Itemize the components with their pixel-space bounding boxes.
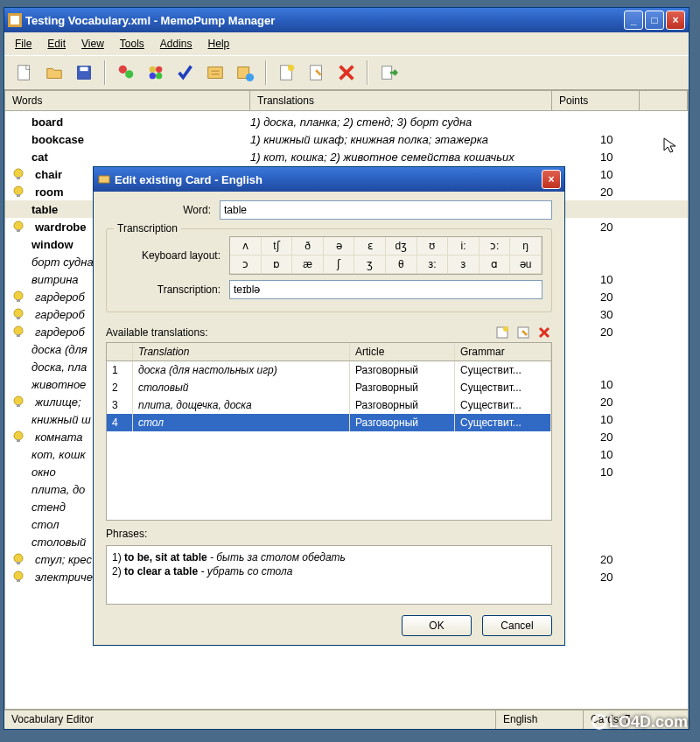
close-button[interactable]: × xyxy=(666,10,685,30)
col-article[interactable]: Article xyxy=(350,343,455,360)
kbd-key[interactable]: ɒ xyxy=(262,256,293,274)
kbd-key[interactable]: ʌ xyxy=(230,237,262,256)
minimize-button[interactable]: _ xyxy=(624,10,643,30)
dialog-title: Edit existing Card - English xyxy=(115,173,542,186)
edit-translation-button[interactable] xyxy=(515,325,531,340)
delete-translation-button[interactable] xyxy=(536,325,552,340)
new-card-button[interactable] xyxy=(274,60,300,86)
menu-edit[interactable]: Edit xyxy=(47,38,66,50)
kbd-key[interactable]: ə xyxy=(324,237,355,256)
kbd-key[interactable]: i: xyxy=(448,237,480,256)
phrases-label: Phrases: xyxy=(106,528,552,540)
menu-addins[interactable]: Addins xyxy=(160,38,192,50)
menu-file[interactable]: File xyxy=(15,38,32,50)
assign-button[interactable] xyxy=(232,60,258,86)
kbd-key[interactable]: ʒ xyxy=(354,256,386,274)
maximize-button[interactable]: □ xyxy=(645,10,664,30)
delete-button[interactable] xyxy=(333,60,360,86)
col-translations[interactable]: Translations xyxy=(250,91,552,110)
kbd-key[interactable]: ɜ xyxy=(448,256,480,274)
kbd-key[interactable]: əu xyxy=(510,256,542,274)
list-item[interactable]: bookcase1) книжный шкаф; книжная полка; … xyxy=(5,130,688,148)
kbd-key[interactable]: ɔ xyxy=(230,256,262,274)
transcription-legend: Transcription xyxy=(114,222,181,234)
list-item[interactable]: board1) доска, планка; 2) стенд; 3) борт… xyxy=(5,113,688,130)
open-file-button[interactable] xyxy=(41,60,67,86)
balls-button[interactable] xyxy=(143,60,169,86)
menu-view[interactable]: View xyxy=(81,38,104,50)
toolbar xyxy=(4,55,689,90)
word-input[interactable] xyxy=(220,200,552,220)
svg-point-24 xyxy=(14,291,23,300)
list-item[interactable]: cat1) кот, кошка; 2) животное семейства … xyxy=(5,148,688,165)
keyboard-layout[interactable]: ʌtʃðəɛdʒʊi:ɔ:ŋɔɒæʃʒθɜ:ɜɑəu xyxy=(229,236,542,275)
kbd-key[interactable]: æ xyxy=(292,256,324,274)
kbd-key[interactable]: ɔ: xyxy=(480,237,511,256)
svg-point-18 xyxy=(14,169,23,178)
transcription-input[interactable] xyxy=(229,280,542,299)
svg-rect-1 xyxy=(10,16,19,24)
svg-point-40 xyxy=(503,326,508,332)
menu-help[interactable]: Help xyxy=(208,38,230,50)
check-button[interactable] xyxy=(172,60,199,86)
svg-rect-2 xyxy=(18,66,30,80)
add-translation-button[interactable] xyxy=(494,325,510,340)
col-points[interactable]: Points xyxy=(552,91,640,110)
kbd-key[interactable]: ŋ xyxy=(510,237,542,256)
ok-button[interactable]: OK xyxy=(402,615,472,636)
main-titlebar[interactable]: Testing Vocabulary.xml - MemoPump Manage… xyxy=(4,8,689,32)
col-grammar[interactable]: Grammar xyxy=(455,343,551,360)
kbd-key[interactable]: tʃ xyxy=(262,237,293,256)
app-icon xyxy=(8,13,22,27)
svg-rect-11 xyxy=(208,67,223,79)
svg-point-26 xyxy=(14,309,23,318)
svg-rect-19 xyxy=(17,177,20,179)
edit-card-dialog: Edit existing Card - English × Word: Tra… xyxy=(93,166,565,646)
watermark: LO4D.com xyxy=(592,713,688,732)
svg-point-30 xyxy=(14,396,23,405)
col-translation[interactable]: Translation xyxy=(133,343,350,360)
svg-point-20 xyxy=(14,186,23,195)
window-title: Testing Vocabulary.xml - MemoPump Manage… xyxy=(25,14,624,27)
dialog-close-button[interactable]: × xyxy=(542,170,561,189)
transcription-group: Transcription Keyboard layout: ʌtʃðəɛdʒʊ… xyxy=(106,228,552,312)
cancel-button[interactable]: Cancel xyxy=(482,615,552,636)
save-button[interactable] xyxy=(71,60,97,86)
table-row[interactable]: 3плита, дощечка, доскаРазговорныйСуществ… xyxy=(107,396,551,414)
kbd-key[interactable]: ɜ: xyxy=(417,256,449,274)
kbd-key[interactable]: ɛ xyxy=(354,237,386,256)
kbd-key[interactable]: ʃ xyxy=(324,256,355,274)
kbd-key[interactable]: dʒ xyxy=(386,237,417,256)
menu-tools[interactable]: Tools xyxy=(120,38,144,50)
table-row[interactable]: 1доска (для настольных игр)РазговорныйСу… xyxy=(107,361,551,379)
col-num[interactable] xyxy=(107,343,133,360)
svg-point-10 xyxy=(156,73,162,79)
svg-point-32 xyxy=(14,431,23,440)
kbd-key[interactable]: ʊ xyxy=(417,237,449,256)
svg-point-34 xyxy=(14,554,23,563)
table-row[interactable]: 4столРазговорныйСуществит... xyxy=(107,414,551,431)
col-words[interactable]: Words xyxy=(5,91,250,110)
cursor-icon xyxy=(662,136,679,154)
card-button[interactable] xyxy=(202,60,228,86)
svg-point-15 xyxy=(288,65,294,71)
table-row[interactable]: 2столовыйРазговорныйСуществит... xyxy=(107,379,551,396)
dialog-titlebar[interactable]: Edit existing Card - English × xyxy=(94,167,564,192)
status-lang: English xyxy=(496,710,584,729)
edit-card-button[interactable] xyxy=(304,60,330,86)
card-icon xyxy=(97,172,111,186)
svg-rect-38 xyxy=(99,176,109,183)
new-file-button[interactable] xyxy=(11,60,38,86)
phrases-box: 1) to be, sit at table - быть за столом … xyxy=(106,545,552,605)
export-button[interactable] xyxy=(375,60,402,86)
kbd-key[interactable]: ð xyxy=(292,237,324,256)
kbd-key[interactable]: θ xyxy=(386,256,417,274)
kbd-key[interactable]: ɑ xyxy=(480,256,511,274)
svg-rect-21 xyxy=(17,194,20,197)
learn-button[interactable] xyxy=(113,60,139,86)
statusbar: Vocabulary Editor English Cards: 7 xyxy=(4,710,689,729)
svg-point-28 xyxy=(14,326,23,335)
translations-table[interactable]: Translation Article Grammar 1доска (для … xyxy=(106,342,552,521)
svg-rect-23 xyxy=(17,229,20,232)
svg-point-13 xyxy=(246,74,254,81)
